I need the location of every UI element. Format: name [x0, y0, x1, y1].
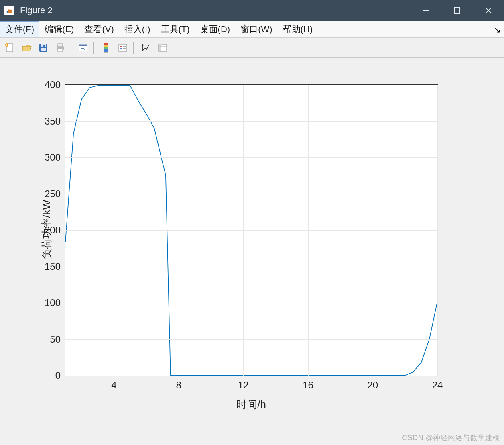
- menubar: 文件(F) 编辑(E) 查看(V) 插入(I) 工具(T) 桌面(D) 窗口(W…: [0, 21, 504, 38]
- maximize-button[interactable]: [441, 0, 473, 21]
- grid-line: [65, 339, 437, 340]
- menu-help[interactable]: 帮助(H): [278, 21, 318, 37]
- plot-axes[interactable]: 4812162024050100150200250300350400: [65, 84, 438, 376]
- y-tick-label: 200: [45, 225, 65, 236]
- legend-button[interactable]: [116, 41, 130, 55]
- new-figure-button[interactable]: [2, 41, 17, 55]
- toolbar-separator: [93, 42, 94, 54]
- svg-rect-27: [159, 44, 161, 51]
- figure-canvas: 负荷功率/kW 时间/h 481216202405010015020025030…: [0, 58, 504, 445]
- link-button[interactable]: [76, 41, 90, 55]
- svg-rect-21: [119, 44, 127, 51]
- y-tick-label: 150: [45, 261, 65, 272]
- grid-line: [65, 194, 437, 194]
- menu-edit[interactable]: 编辑(E): [39, 21, 79, 37]
- svg-rect-2: [454, 8, 460, 13]
- x-tick-label: 20: [367, 376, 378, 391]
- y-tick-label: 350: [45, 116, 65, 127]
- svg-rect-19: [104, 47, 108, 49]
- grid-line: [65, 267, 437, 267]
- svg-rect-20: [104, 49, 108, 52]
- svg-rect-23: [120, 48, 122, 49]
- x-tick-label: 12: [238, 376, 249, 391]
- y-tick-label: 250: [45, 188, 65, 200]
- menu-overflow-icon[interactable]: ↘: [494, 25, 501, 35]
- svg-rect-9: [41, 48, 46, 51]
- property-inspector-button[interactable]: [155, 41, 170, 55]
- colorbar-button[interactable]: [99, 41, 113, 55]
- menu-desktop[interactable]: 桌面(D): [195, 21, 236, 37]
- y-tick-label: 300: [45, 152, 65, 163]
- y-tick-label: 400: [45, 79, 65, 90]
- toolbar-separator: [133, 42, 134, 54]
- watermark-text: CSDN @神经网络与数学建模: [402, 433, 500, 443]
- x-tick-label: 4: [111, 376, 116, 391]
- toolbar: [0, 38, 504, 58]
- svg-rect-10: [43, 45, 45, 47]
- edit-plot-button[interactable]: [138, 41, 153, 55]
- save-button[interactable]: [36, 41, 51, 55]
- menu-insert[interactable]: 插入(I): [119, 21, 156, 37]
- svg-rect-12: [58, 44, 63, 47]
- open-button[interactable]: [19, 41, 34, 55]
- print-button[interactable]: [53, 41, 67, 55]
- svg-rect-15: [79, 45, 87, 46]
- svg-rect-22: [120, 46, 122, 47]
- x-tick-label: 8: [176, 376, 181, 391]
- svg-rect-18: [104, 45, 108, 47]
- grid-line: [65, 303, 437, 303]
- grid-line: [437, 85, 438, 376]
- x-axis-label: 时间/h: [236, 398, 266, 412]
- svg-rect-17: [104, 43, 108, 45]
- window-title: Figure 2: [20, 5, 410, 16]
- minimize-button[interactable]: [410, 0, 441, 21]
- menu-file[interactable]: 文件(F): [0, 21, 39, 37]
- menu-view[interactable]: 查看(V): [79, 21, 119, 37]
- grid-line: [65, 230, 437, 231]
- titlebar: Figure 2: [0, 0, 504, 21]
- grid-line: [65, 157, 437, 158]
- y-tick-label: 0: [55, 370, 65, 381]
- menu-window[interactable]: 窗口(W): [235, 21, 277, 37]
- svg-rect-13: [58, 49, 63, 52]
- matlab-logo-icon: [4, 5, 14, 16]
- toolbar-separator: [71, 42, 71, 54]
- x-tick-label: 16: [303, 376, 313, 391]
- close-button[interactable]: [473, 0, 504, 21]
- y-tick-label: 50: [50, 334, 65, 345]
- y-tick-label: 100: [45, 297, 65, 308]
- menu-tools[interactable]: 工具(T): [156, 21, 195, 37]
- x-tick-label: 24: [432, 376, 443, 391]
- grid-line: [65, 121, 437, 122]
